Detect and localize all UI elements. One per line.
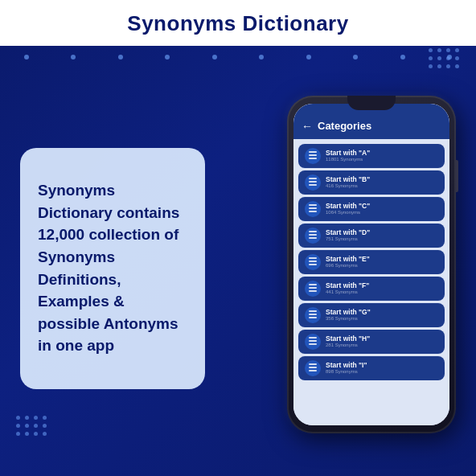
decorative-dots-grid-right: [429, 48, 460, 68]
category-count: 898 Synonyms: [326, 369, 438, 375]
category-icon: [305, 334, 321, 350]
phone-notch: [347, 96, 396, 110]
category-name: Start with "G": [326, 308, 438, 316]
phone-outer-shell: ← Categories: [287, 96, 456, 433]
dot: [165, 55, 170, 60]
category-count: 441 Synonyms: [326, 289, 438, 295]
category-count: 1064 Synonyms: [326, 210, 438, 215]
category-icon: [305, 360, 321, 376]
category-name: Start with "A": [326, 149, 438, 157]
category-name: Start with "B": [326, 175, 438, 183]
dot: [429, 56, 433, 60]
dot: [24, 55, 29, 60]
category-icon: [305, 228, 321, 244]
category-count: 416 Synonyms: [326, 183, 438, 189]
category-info: Start with "D" 751 Synonyms: [326, 228, 438, 242]
dot: [400, 55, 405, 60]
category-info: Start with "H" 281 Synonyms: [326, 334, 438, 348]
page-title: Synonyms Dictionary: [127, 11, 348, 35]
category-count: 696 Synonyms: [326, 263, 438, 269]
list-item[interactable]: Start with "E" 696 Synonyms: [298, 250, 445, 274]
dot: [437, 48, 441, 52]
dot: [446, 56, 450, 60]
category-info: Start with "I" 898 Synonyms: [326, 361, 438, 375]
category-name: Start with "C": [326, 202, 438, 210]
category-name: Start with "D": [326, 228, 438, 236]
category-info: Start with "A" 11801 Synonyms: [326, 149, 438, 162]
phone-mockup: ← Categories: [287, 96, 456, 433]
list-item[interactable]: Start with "C" 1064 Synonyms: [298, 197, 445, 221]
dot: [118, 55, 123, 60]
category-info: Start with "F" 441 Synonyms: [326, 281, 438, 295]
category-name: Start with "F": [326, 281, 438, 289]
dot: [437, 56, 441, 60]
list-item[interactable]: Start with "F" 441 Synonyms: [298, 277, 445, 301]
title-bar: Synonyms Dictionary: [0, 0, 476, 46]
back-arrow-icon[interactable]: ←: [302, 120, 313, 133]
app-categories-title: Categories: [318, 120, 371, 132]
main-content: Synonyms Dictionary contains 12,000 coll…: [0, 68, 476, 476]
category-name: Start with "H": [326, 334, 438, 343]
dot: [259, 55, 264, 60]
category-count: 11801 Synonyms: [326, 157, 438, 162]
category-count: 281 Synonyms: [326, 343, 438, 348]
phone-screen-container: ← Categories: [293, 104, 449, 425]
category-icon: [305, 174, 321, 191]
category-count: 751 Synonyms: [326, 236, 438, 242]
category-name: Start with "E": [326, 255, 438, 263]
phone-side-button: [456, 160, 458, 192]
dot: [71, 55, 76, 60]
category-count: 356 Synonyms: [326, 316, 438, 322]
decorative-dots-row: [0, 55, 476, 60]
list-item[interactable]: Start with "G" 356 Synonyms: [298, 303, 445, 327]
list-item[interactable]: Start with "I" 898 Synonyms: [298, 356, 445, 380]
info-text: Synonyms Dictionary contains 12,000 coll…: [38, 179, 187, 356]
dot: [306, 55, 311, 60]
category-info: Start with "G" 356 Synonyms: [326, 308, 438, 322]
category-icon: [305, 201, 321, 217]
category-icon: [305, 307, 321, 323]
list-item[interactable]: Start with "A" 11801 Synonyms: [298, 144, 445, 168]
background: Synonyms Dictionary: [0, 0, 476, 476]
dot: [353, 55, 358, 60]
phone-screen: ← Categories: [293, 104, 449, 425]
dot: [446, 48, 450, 52]
dot: [429, 48, 433, 52]
list-item[interactable]: Start with "B" 416 Synonyms: [298, 170, 445, 195]
dot: [455, 48, 459, 52]
dot: [212, 55, 217, 60]
category-info: Start with "C" 1064 Synonyms: [326, 202, 438, 215]
category-icon: [305, 148, 321, 164]
category-icon: [305, 254, 321, 270]
category-name: Start with "I": [326, 361, 438, 369]
category-info: Start with "E" 696 Synonyms: [326, 255, 438, 269]
dot: [455, 56, 459, 60]
category-info: Start with "B" 416 Synonyms: [326, 175, 438, 189]
list-item[interactable]: Start with "H" 281 Synonyms: [298, 330, 445, 354]
list-item[interactable]: Start with "D" 751 Synonyms: [298, 224, 445, 248]
info-card: Synonyms Dictionary contains 12,000 coll…: [20, 148, 205, 389]
category-list: Start with "A" 11801 Synonyms: [293, 139, 449, 385]
category-icon: [305, 281, 321, 297]
